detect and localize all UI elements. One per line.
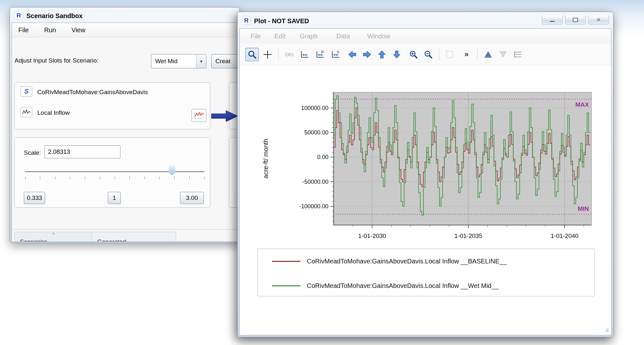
menu-data[interactable]: Data — [334, 31, 352, 41]
close-button[interactable]: ✕ — [588, 15, 609, 25]
wetmid-legend-label: CoRivMeadToMohave:GainsAboveDavis.Local … — [307, 282, 498, 290]
legend-row-baseline: CoRivMeadToMohave:GainsAboveDavis.Local … — [258, 255, 594, 268]
scale-slider-track[interactable] — [25, 171, 204, 172]
link-axes-button[interactable] — [282, 48, 296, 61]
zoom-select-button[interactable] — [245, 48, 259, 61]
menu-run[interactable]: Run — [42, 25, 58, 35]
open-plot-button[interactable] — [192, 109, 206, 122]
zoom-out-button[interactable] — [421, 48, 435, 61]
object-slot-name: CoRivMeadToMohave:GainsAboveDavis — [37, 89, 148, 96]
scale-to-min-button[interactable] — [496, 48, 510, 61]
scenarios-header-label: Scenarios — [20, 238, 47, 242]
scenario-combobox[interactable]: Wet Mid ▾ — [151, 54, 206, 68]
resize-grip[interactable] — [603, 327, 609, 334]
baseline-line-swatch — [272, 261, 300, 262]
rescale-s-button[interactable]: S — [329, 48, 342, 61]
menu-file[interactable]: File — [16, 25, 31, 35]
scale-axes-button[interactable] — [298, 48, 311, 61]
dashed-rect-icon — [445, 50, 455, 59]
arrow-right-icon — [362, 50, 372, 59]
x-tick-label: 1-01-2030 — [358, 232, 386, 239]
scale-slider-ticks — [25, 176, 204, 180]
riverware-logo-icon: R — [242, 16, 251, 26]
slot-panel: S CoRivMeadToMohave:GainsAboveDavis Loca… — [14, 82, 210, 129]
toolbar-overflow-button[interactable]: » — [460, 48, 473, 61]
svg-text:S: S — [24, 88, 29, 95]
adjust-row: Adjust Input Slots for Scenario: Wet Mid… — [12, 54, 238, 69]
scenario-combobox-value: Wet Mid — [151, 58, 196, 65]
scale-to-max-button[interactable] — [481, 48, 495, 61]
pan-down-button[interactable] — [390, 48, 403, 61]
axis-scale-icon — [300, 50, 309, 59]
peak-up-icon — [483, 50, 493, 59]
plot-menubar: File Edit Graph Data Window — [240, 29, 611, 44]
axis-rescale-s-icon: S — [331, 50, 340, 59]
plot-titlebar[interactable]: R Plot - NOT SAVED ✕ — [239, 14, 611, 28]
arrow-up-icon — [377, 50, 387, 59]
table-divider — [12, 229, 238, 230]
scenario-sandbox-window: R Scenario Sandbox File Run View Adjust … — [10, 7, 240, 243]
column-header-generated[interactable]: Generated — [92, 232, 176, 242]
scale-one-button[interactable]: 1 — [108, 192, 121, 204]
scale-min-button[interactable]: 0.333 — [24, 192, 45, 204]
y-tick-label: -100000.00 — [299, 203, 328, 210]
y-tick-label: 50000.00 — [304, 129, 328, 136]
stacked-lines-icon — [513, 50, 523, 59]
plot-area[interactable] — [334, 92, 592, 225]
maximize-icon — [573, 18, 578, 22]
arrow-left-icon — [347, 50, 357, 59]
magnifier-icon — [247, 50, 257, 59]
minimize-icon — [550, 21, 554, 22]
generated-header-label: Generated — [97, 238, 126, 242]
y-axis-title: acre-ft/ month — [262, 139, 269, 178]
maximize-button[interactable] — [565, 15, 586, 25]
legend-row-wetmid: CoRivMeadToMohave:GainsAboveDavis.Local … — [258, 279, 594, 292]
zoom-in-button[interactable] — [407, 48, 420, 61]
x-tick-label: 1-01-2040 — [551, 232, 579, 239]
close-icon: ✕ — [596, 17, 601, 23]
series-slot-icon — [21, 107, 32, 117]
scale-panel: Scale: 0.333 1 3.00 — [14, 137, 210, 208]
max-label: MAX — [575, 101, 589, 108]
sandbox-titlebar[interactable]: R Scenario Sandbox — [12, 9, 238, 23]
chevron-down-icon: ▾ — [196, 54, 206, 68]
rescale-r-button[interactable]: R — [313, 48, 327, 61]
plot-window: R Plot - NOT SAVED ✕ File Edit Graph Dat… — [237, 12, 613, 337]
scale-slider-handle[interactable] — [169, 165, 175, 175]
plot-window-title: Plot - NOT SAVED — [254, 17, 309, 25]
peak-down-icon — [498, 50, 508, 59]
y-tick-label: -50000.00 — [302, 179, 328, 185]
menu-view[interactable]: View — [70, 25, 87, 35]
sort-caret-icon: ^ — [15, 232, 92, 236]
pan-up-button[interactable] — [375, 48, 389, 61]
svg-text:R: R — [244, 17, 249, 24]
scale-value-input[interactable] — [44, 145, 120, 158]
pan-right-button[interactable] — [360, 48, 374, 61]
toolbar-separator — [278, 49, 279, 60]
adjust-slots-label: Adjust Input Slots for Scenario: — [14, 57, 99, 64]
plot-canvas[interactable]: MAXMIN100000.0050000.000.00-50000.00-100… — [240, 71, 611, 245]
overflow-chevron-icon: » — [465, 51, 469, 58]
menu-file[interactable]: File — [249, 31, 263, 41]
sandbox-window-title: Scenario Sandbox — [26, 12, 83, 20]
toolbar-separator — [439, 49, 439, 60]
scale-max-button[interactable]: 3.00 — [180, 192, 204, 204]
page-region-button[interactable] — [443, 48, 457, 61]
menu-window[interactable]: Window — [365, 31, 392, 41]
scale-label: Scale: — [24, 149, 41, 156]
menu-edit[interactable]: Edit — [272, 31, 287, 41]
menu-graph[interactable]: Graph — [298, 31, 320, 41]
scale-to-all-button[interactable] — [511, 48, 525, 61]
zoom-out-icon — [423, 50, 433, 59]
crosshair-button[interactable] — [261, 48, 274, 61]
slot-s-icon: S — [21, 86, 32, 97]
create-scenario-button[interactable]: Creat — [211, 54, 238, 68]
column-header-scenarios[interactable]: ^ Scenarios — [14, 232, 92, 242]
slot-to-plot-arrow — [211, 110, 238, 123]
x-tick-label: 1-01-2035 — [454, 232, 482, 239]
pan-left-button[interactable] — [346, 48, 359, 61]
sandbox-menubar: File Run View — [12, 23, 238, 37]
arrow-down-icon — [392, 50, 402, 59]
minimize-button[interactable] — [542, 15, 563, 25]
axis-rescale-r-icon: R — [315, 50, 325, 59]
